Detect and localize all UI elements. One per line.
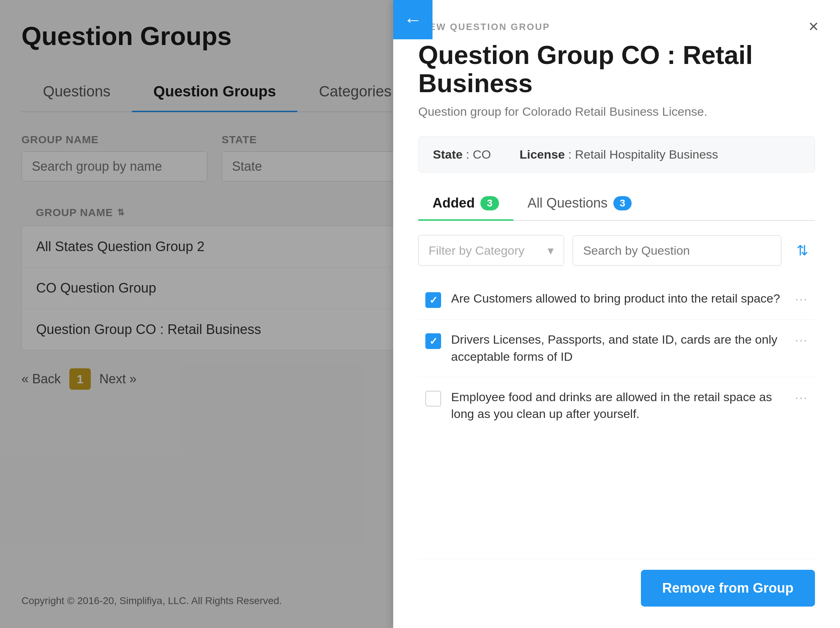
panel-tabs: Added 3 All Questions 3 xyxy=(418,187,815,221)
question-checkbox-3[interactable] xyxy=(425,391,441,406)
question-item-2: Drivers Licenses, Passports, and state I… xyxy=(418,320,815,377)
filter-category-placeholder: Filter by Category xyxy=(429,244,524,258)
meta-license-value: Retail Hospitality Business xyxy=(575,148,718,161)
back-arrow-icon: ← xyxy=(404,9,422,30)
question-text-2: Drivers Licenses, Passports, and state I… xyxy=(451,331,785,365)
tab-all-questions[interactable]: All Questions 3 xyxy=(513,187,646,221)
meta-license-key: License xyxy=(520,148,565,161)
question-filters: Filter by Category ▾ ⇅ xyxy=(418,235,815,266)
question-checkbox-2[interactable] xyxy=(425,333,441,349)
meta-license-sep: : xyxy=(568,148,575,161)
filter-category-select[interactable]: Filter by Category ▾ xyxy=(418,235,564,266)
remove-from-group-button[interactable]: Remove from Group xyxy=(641,570,815,607)
search-question-input[interactable] xyxy=(573,235,782,266)
panel-subtitle: Question group for Colorado Retail Busin… xyxy=(418,105,815,119)
question-more-2[interactable]: ··· xyxy=(795,332,808,348)
question-text-3: Employee food and drinks are allowed in … xyxy=(451,389,785,423)
back-arrow-button[interactable]: ← xyxy=(393,0,433,39)
question-more-1[interactable]: ··· xyxy=(795,291,808,307)
sort-icon: ⇅ xyxy=(796,242,808,259)
question-checkbox-1[interactable] xyxy=(425,292,441,308)
meta-state-key: State xyxy=(433,148,463,161)
meta-state: State : CO xyxy=(433,148,491,162)
meta-state-sep: : xyxy=(466,148,473,161)
question-item-1: Are Customers allowed to bring product i… xyxy=(418,279,815,320)
tab-added-badge: 3 xyxy=(480,196,499,210)
chevron-down-icon: ▾ xyxy=(548,243,554,258)
question-text-1: Are Customers allowed to bring product i… xyxy=(451,290,785,307)
meta-bar: State : CO License : Retail Hospitality … xyxy=(418,137,815,173)
tab-added[interactable]: Added 3 xyxy=(418,187,513,221)
panel-footer: Remove from Group xyxy=(418,559,815,607)
panel-title: Question Group CO : Retail Business xyxy=(418,41,815,98)
question-more-3[interactable]: ··· xyxy=(795,390,808,405)
side-panel: × VIEW QUESTION GROUP Question Group CO … xyxy=(393,0,840,628)
tab-all-questions-badge: 3 xyxy=(613,196,632,210)
tab-added-label: Added xyxy=(433,195,475,211)
question-item-3: Employee food and drinks are allowed in … xyxy=(418,377,815,434)
panel-view-label: VIEW QUESTION GROUP xyxy=(418,21,815,33)
close-button[interactable]: × xyxy=(808,18,819,35)
sort-questions-button[interactable]: ⇅ xyxy=(790,238,815,263)
tab-all-questions-label: All Questions xyxy=(527,195,608,211)
meta-license: License : Retail Hospitality Business xyxy=(520,148,718,162)
meta-state-value: CO xyxy=(473,148,491,161)
question-list: Are Customers allowed to bring product i… xyxy=(418,279,815,552)
